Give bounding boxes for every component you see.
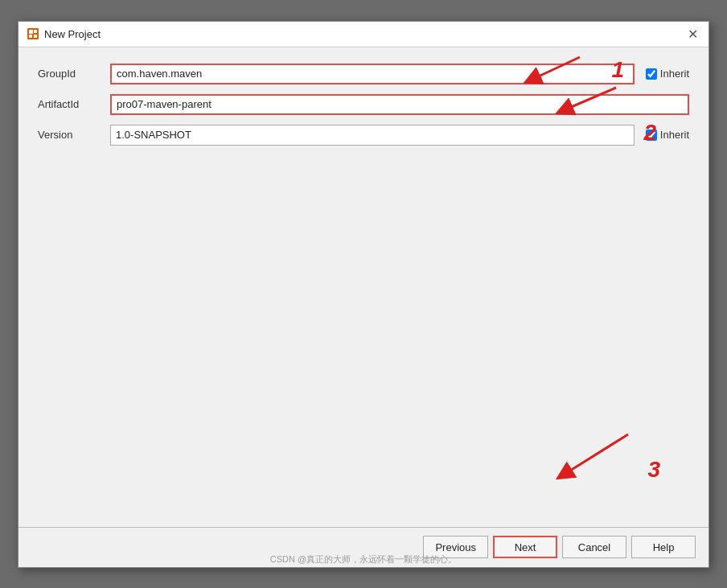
title-bar-left: New Project <box>27 27 101 40</box>
version-input[interactable] <box>110 125 635 146</box>
artifactid-label: ArtifactId <box>38 98 110 110</box>
arrow-2-svg <box>532 81 628 121</box>
watermark: CSDN @真正的大师，永远怀着一颗学徒的心。 <box>270 553 457 567</box>
annotation-3: 3 <box>647 457 660 483</box>
app-icon <box>27 27 39 40</box>
groupid-inherit-checkbox[interactable] <box>646 68 657 80</box>
next-button[interactable]: Next <box>493 536 557 558</box>
arrow-3-svg <box>515 426 644 491</box>
annotation-2: 2 <box>643 120 656 146</box>
svg-rect-2 <box>34 30 37 33</box>
version-input-wrapper: Inherit <box>110 125 689 146</box>
groupid-label: GroupId <box>38 68 110 80</box>
help-button[interactable]: Help <box>631 536 696 558</box>
annotation-1: 1 <box>611 57 624 83</box>
close-button[interactable]: ✕ <box>684 26 700 42</box>
version-label: Version <box>38 129 110 141</box>
groupid-inherit-label: Inherit <box>660 68 689 80</box>
svg-rect-0 <box>27 28 39 39</box>
svg-rect-3 <box>29 35 32 38</box>
groupid-inherit-wrapper: Inherit <box>646 68 689 80</box>
content-area: GroupId Inherit ArtifactId Version <box>18 47 709 527</box>
version-row: Version Inherit <box>38 125 689 146</box>
svg-rect-4 <box>34 35 37 38</box>
cancel-button[interactable]: Cancel <box>562 536 626 558</box>
version-inherit-label: Inherit <box>660 129 689 141</box>
dialog-title: New Project <box>44 28 101 40</box>
new-project-dialog: New Project ✕ GroupId Inherit ArtifactId <box>18 21 709 568</box>
svg-rect-1 <box>29 30 33 34</box>
title-bar: New Project ✕ <box>18 22 709 47</box>
